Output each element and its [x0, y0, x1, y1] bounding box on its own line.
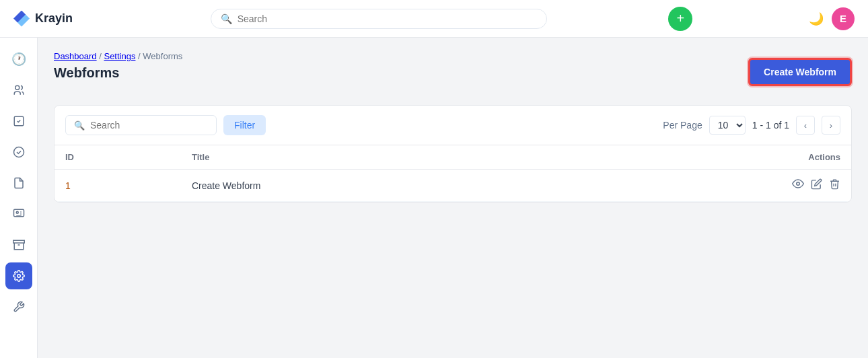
edit-icon[interactable] — [811, 178, 822, 193]
sidebar-item-notes[interactable] — [5, 170, 32, 196]
svg-rect-3 — [13, 209, 24, 217]
sidebar-item-person[interactable] — [5, 201, 32, 227]
view-icon[interactable] — [792, 178, 804, 193]
breadcrumb-title-group: Dashboard / Settings / Webforms Webforms — [54, 51, 182, 93]
sidebar-item-contacts[interactable] — [5, 77, 32, 104]
logo: Krayin — [13, 11, 94, 27]
breadcrumb: Dashboard / Settings / Webforms — [54, 51, 182, 61]
logo-icon — [13, 11, 30, 27]
svg-point-7 — [17, 275, 20, 278]
prev-page-button[interactable]: ‹ — [796, 116, 815, 135]
col-header-actions: Actions — [559, 145, 851, 170]
breadcrumb-current: Webforms — [143, 51, 182, 61]
cell-title: Create Webform — [181, 170, 559, 202]
sidebar-item-tools[interactable] — [5, 293, 32, 320]
next-page-button[interactable]: › — [822, 116, 840, 135]
sidebar: 🕐 — [0, 38, 38, 358]
main-content: Dashboard / Settings / Webforms Webforms… — [38, 38, 868, 358]
header-row: Dashboard / Settings / Webforms Webforms… — [54, 51, 852, 93]
breadcrumb-settings[interactable]: Settings — [104, 51, 135, 61]
table-toolbar: 🔍 Filter Per Page 10 25 50 1 - 1 of 1 ‹ … — [55, 106, 851, 145]
webforms-card: 🔍 Filter Per Page 10 25 50 1 - 1 of 1 ‹ … — [54, 105, 852, 203]
table-search-icon: 🔍 — [74, 120, 85, 131]
avatar[interactable]: E — [832, 7, 855, 30]
svg-point-8 — [797, 182, 800, 186]
per-page-select[interactable]: 10 25 50 — [709, 116, 746, 135]
svg-point-0 — [15, 85, 19, 90]
table-search-area[interactable]: 🔍 — [65, 115, 217, 135]
col-header-title: Title — [181, 145, 559, 170]
col-header-id: ID — [55, 145, 181, 170]
pagination-area: Per Page 10 25 50 1 - 1 of 1 ‹ › — [663, 116, 840, 135]
create-webform-button[interactable]: Create Webform — [748, 58, 852, 86]
svg-rect-5 — [13, 240, 24, 243]
actions-cell — [570, 178, 840, 193]
global-search-bar[interactable]: 🔍 — [211, 9, 547, 29]
sidebar-item-settings[interactable] — [5, 262, 32, 289]
webforms-table: ID Title Actions 1 Create Webform — [55, 145, 851, 202]
sidebar-item-archive[interactable] — [5, 231, 32, 258]
per-page-label: Per Page — [663, 120, 702, 131]
search-icon: 🔍 — [221, 13, 232, 24]
filter-button[interactable]: Filter — [223, 115, 266, 135]
breadcrumb-dashboard[interactable]: Dashboard — [54, 51, 97, 61]
delete-icon[interactable] — [829, 178, 840, 193]
page-title: Webforms — [54, 65, 182, 81]
sidebar-item-activity[interactable]: 🕐 — [5, 46, 32, 73]
table-search-input[interactable] — [90, 120, 208, 131]
cell-actions — [559, 170, 851, 202]
page-info: 1 - 1 of 1 — [752, 120, 789, 131]
cell-id: 1 — [55, 170, 181, 202]
logo-text: Krayin — [35, 11, 73, 26]
table-row: 1 Create Webform — [55, 170, 851, 202]
svg-point-4 — [16, 211, 18, 213]
svg-point-2 — [13, 147, 24, 157]
add-button[interactable]: + — [668, 7, 692, 31]
sidebar-item-tasks[interactable] — [5, 108, 32, 135]
global-search-input[interactable] — [238, 13, 537, 24]
nav-right: 🌙 E — [809, 7, 855, 30]
dark-mode-toggle[interactable]: 🌙 — [809, 11, 824, 26]
sidebar-item-mail[interactable] — [5, 139, 32, 166]
